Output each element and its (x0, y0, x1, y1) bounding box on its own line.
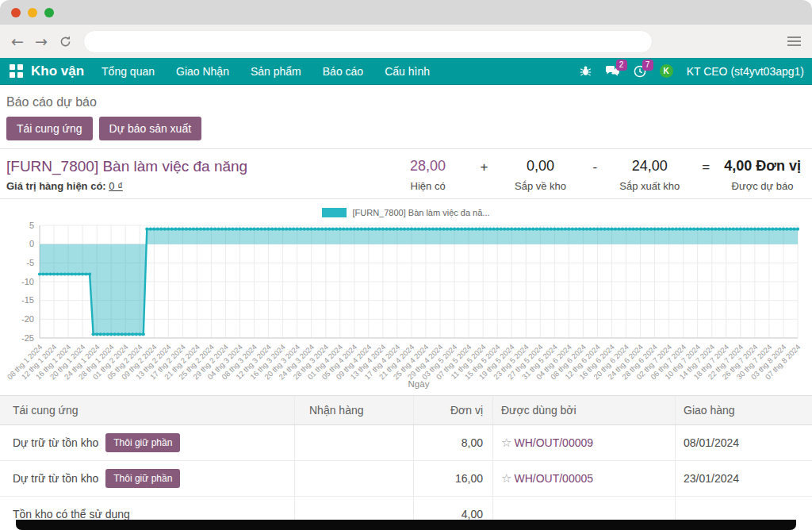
metric-value: 24,00 (611, 158, 688, 175)
replenishment-source-cell: Dự trữ từ tồn khoThôi giữ phần (0, 461, 295, 496)
metric-value: 28,00 (390, 158, 466, 175)
svg-text:0: 0 (29, 239, 34, 248)
titlebar (0, 0, 812, 25)
nav-item-bao-cao[interactable]: Báo cáo (323, 65, 363, 78)
stock-value-label: Giá trị hàng hiện có: (6, 180, 106, 192)
quantity-cell: 16,00 (414, 461, 493, 496)
forecast-production-button[interactable]: Dự báo sản xuất (99, 117, 202, 140)
forward-icon[interactable]: → (35, 34, 48, 49)
metric-1: 0,00Sắp về kho (503, 158, 579, 192)
svg-text:-5: -5 (26, 258, 34, 267)
messages-count-badge: 2 (616, 60, 627, 71)
nav-item-tong-quan[interactable]: Tổng quan (102, 65, 155, 78)
svg-text:-25: -25 (21, 333, 34, 343)
nav-item-cau-hinh[interactable]: Cấu hình (385, 65, 430, 78)
used-by-link[interactable]: WH/OUT/00009 (514, 436, 593, 449)
apps-grid-icon[interactable] (10, 64, 23, 78)
svg-text:5: 5 (29, 221, 34, 230)
svg-text:Ngày: Ngày (408, 379, 430, 389)
source-label: Dự trữ từ tồn kho (13, 472, 98, 485)
metric-operator: - (579, 158, 612, 175)
receipt-cell (295, 425, 414, 460)
forecast-area-chart: 50-5-10-15-20-2508 thg 1 202412 thg 1 20… (3, 219, 809, 398)
metric-label: Sắp xuất kho (611, 180, 688, 192)
minimize-window-button[interactable] (28, 8, 37, 17)
table-header-cell: Nhận hàng (295, 396, 414, 424)
svg-text:-10: -10 (21, 277, 34, 286)
metric-operator: + (466, 158, 503, 175)
forecast-metrics: 28,00Hiện có+0,00Sắp về kho-24,00Sắp xuấ… (390, 158, 801, 198)
metric-label: Hiện có (390, 180, 466, 192)
activities-count-badge: 7 (642, 60, 653, 71)
chart-legend[interactable]: [FURN_7800] Bàn làm việc đa nă... (0, 206, 812, 219)
nav-item-san-pham[interactable]: Sản phẩm (251, 65, 301, 78)
user-avatar[interactable]: K (660, 64, 673, 78)
messages-icon[interactable]: 2 (605, 65, 620, 78)
stock-value-amount: 0 ₫ (109, 180, 123, 192)
table-header-row: Tái cung ứngNhận hàngĐơn vịĐược dùng bởi… (0, 395, 812, 425)
url-bar[interactable] (83, 30, 653, 53)
table-row: Tồn kho có thể sử dụng4,00 (0, 497, 812, 520)
product-title[interactable]: [FURN_7800] Bàn làm việc đa năng (6, 158, 247, 175)
close-window-button[interactable] (11, 8, 21, 17)
favorite-star-icon[interactable]: ☆ (501, 436, 511, 450)
table-header-cell: Được dùng bởi (493, 396, 676, 424)
source-label: Dự trữ từ tồn kho (13, 436, 98, 449)
replenishment-table: Tái cung ứngNhận hàngĐơn vịĐược dùng bởi… (0, 395, 812, 520)
source-label: Tồn kho có thể sử dụng (13, 508, 130, 520)
table-row: Dự trữ từ tồn khoThôi giữ phần8,00☆WH/OU… (0, 425, 812, 461)
nav-item-giao-nhan[interactable]: Giao Nhận (176, 65, 229, 78)
used-by-cell: ☆WH/OUT/00009 (493, 425, 676, 460)
metric-value: 0,00 (503, 158, 579, 175)
maximize-window-button[interactable] (44, 8, 54, 17)
forecast-chart-section: [FURN_7800] Bàn làm việc đa nă... 50-5-1… (0, 199, 812, 395)
replenishment-source-cell: Tồn kho có thể sử dụng (0, 497, 295, 520)
svg-text:-20: -20 (21, 314, 34, 324)
metric-label: Sắp về kho (503, 180, 579, 192)
table-header-cell: Giao hàng (676, 396, 812, 424)
unreserve-button[interactable]: Thôi giữ phần (105, 433, 180, 452)
browser-toolbar: ← → (0, 25, 812, 58)
legend-label: [FURN_7800] Bàn làm việc đa nă... (352, 208, 489, 217)
table-row: Dự trữ từ tồn khoThôi giữ phần16,00☆WH/O… (0, 461, 812, 497)
app-navbar: Kho vận Tổng quanGiao NhậnSản phẩmBáo cá… (0, 58, 812, 85)
delivery-date-cell: 08/01/2024 (676, 425, 812, 460)
forecast-chart: 50-5-10-15-20-2508 thg 1 202412 thg 1 20… (3, 219, 812, 401)
browser-menu-icon[interactable] (787, 36, 801, 46)
user-menu[interactable]: KT CEO (st4yvt03apg1) (687, 65, 804, 78)
quantity-cell: 8,00 (414, 425, 493, 460)
table-header-cell: Tái cung ứng (0, 396, 295, 424)
window-bottom-edge (16, 520, 796, 530)
replenishment-source-cell: Dự trữ từ tồn khoThôi giữ phần (0, 425, 295, 460)
action-row: Tái cung ứng Dự báo sản xuất (0, 113, 812, 148)
unreserve-button[interactable]: Thôi giữ phần (105, 469, 180, 488)
metric-2: 24,00Sắp xuất kho (611, 158, 688, 192)
metric-label: Được dự báo (724, 180, 801, 192)
product-header: [FURN_7800] Bàn làm việc đa năng Giá trị… (0, 148, 812, 199)
metric-0: 28,00Hiện có (390, 158, 466, 192)
replenish-button[interactable]: Tái cung ứng (6, 117, 93, 140)
nav-menu: Tổng quanGiao NhậnSản phẩmBáo cáoCấu hìn… (102, 65, 430, 78)
back-icon[interactable]: ← (11, 34, 24, 49)
metric-3: 4,00 Đơn vịĐược dự báo (724, 158, 801, 192)
receipt-cell (295, 497, 414, 520)
favorite-star-icon[interactable]: ☆ (501, 471, 511, 486)
app-name[interactable]: Kho vận (31, 63, 84, 79)
used-by-link[interactable]: WH/OUT/00005 (514, 472, 593, 485)
used-by-cell (493, 497, 676, 520)
metric-operator: = (688, 158, 724, 175)
reload-icon[interactable] (59, 35, 72, 48)
used-by-cell: ☆WH/OUT/00005 (493, 461, 676, 496)
browser-window: ← → Kho vận Tổng quanGiao NhậnSản phẩmBá… (0, 0, 812, 520)
table-header-cell: Đơn vị (414, 396, 493, 424)
debug-bug-icon[interactable] (580, 65, 592, 77)
svg-text:-15: -15 (21, 295, 34, 305)
legend-swatch (322, 208, 347, 217)
activities-clock-icon[interactable]: 7 (634, 65, 646, 78)
metric-value: 4,00 Đơn vị (724, 158, 801, 175)
delivery-date-cell: 23/01/2024 (676, 461, 812, 496)
stock-value: Giá trị hàng hiện có: 0 ₫ (6, 180, 247, 192)
breadcrumb: Báo cáo dự báo (0, 85, 812, 113)
delivery-date-cell (676, 497, 812, 520)
quantity-cell: 4,00 (414, 497, 493, 520)
